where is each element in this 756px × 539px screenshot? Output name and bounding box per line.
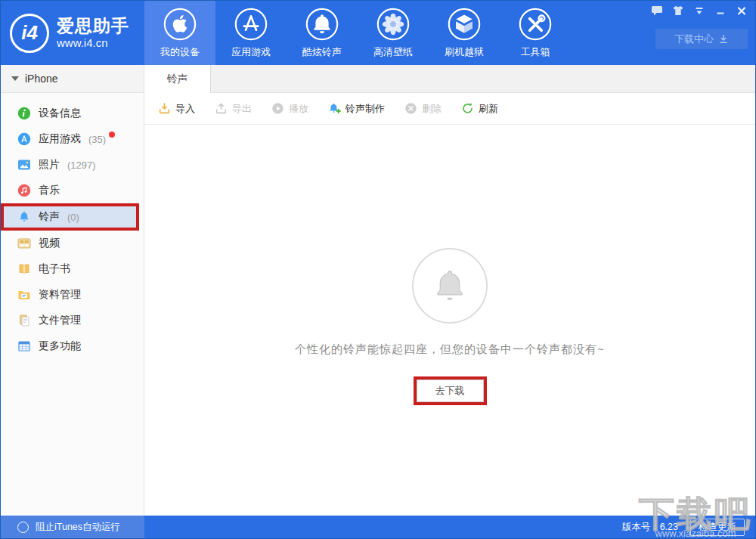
nav-apps-games[interactable]: 应用游戏 [215,1,287,65]
nav-label: 刷机越狱 [445,45,484,59]
toolbar-label: 铃声制作 [345,102,385,116]
box-icon [448,8,481,41]
nav-label: 我的设备 [160,45,200,59]
sidebar-item-label: 音乐 [39,184,60,197]
sidebar-item-videos[interactable]: 视频 [1,231,144,256]
tools-icon [519,8,552,41]
bell-icon [305,8,339,41]
nav-flash-jailbreak[interactable]: 刷机越狱 [429,1,500,65]
import-button[interactable]: 导入 [158,102,195,116]
photo-icon [17,158,31,172]
checkbox-circle-icon [17,522,29,533]
sidebar-item-label: 资料管理 [39,288,81,302]
status-bar: 阻止iTunes自动运行 版本号：6.23 检查更新 [1,516,755,538]
minimize-icon[interactable] [713,5,728,17]
ringtone-maker-button[interactable]: 铃声制作 [328,102,385,116]
sidebar-item-ringtones[interactable]: 铃声 (0) [1,203,139,231]
nav-hd-wallpapers[interactable]: 高清壁纸 [358,1,429,65]
nav-label: 应用游戏 [231,45,271,59]
go-download-button[interactable]: 去下载 [417,379,484,402]
sidebar-item-music[interactable]: 音乐 [1,178,144,203]
play-icon [271,102,284,115]
nav-label: 工具箱 [521,45,550,59]
annotation-box: 去下载 [414,376,487,405]
download-center-label: 下载中心 [674,33,714,46]
export-icon [215,102,228,115]
collapse-icon[interactable] [692,5,707,17]
sidebar-item-file-management[interactable]: 文件管理 [1,308,144,333]
nav-my-device[interactable]: 我的设备 [144,1,215,65]
sidebar-item-ebooks[interactable]: 电子书 [1,256,144,282]
nav-toolbox[interactable]: 工具箱 [500,1,571,65]
sidebar: iPhone 设备信息 应用游戏 (35) [1,65,144,516]
nav-label: 高清壁纸 [373,45,413,59]
empty-state-graphic [412,248,488,324]
play-button[interactable]: 播放 [271,102,308,116]
data-folder-icon [17,288,31,302]
toolbar-label: 导出 [232,102,252,116]
red-dot-badge [109,132,115,138]
window-controls [649,5,749,17]
ringtone-bell-icon [17,210,31,224]
main-panel: 铃声 导入 导出 播 [144,65,755,516]
skin-icon[interactable] [671,5,686,17]
apple-icon [163,8,197,41]
download-icon [718,34,729,45]
sidebar-item-data-management[interactable]: 资料管理 [1,282,144,308]
sidebar-item-photos[interactable]: 照片 (1297) [1,152,144,178]
tab-ringtones[interactable]: 铃声 [144,65,211,93]
sidebar-item-label: 更多功能 [39,339,81,353]
refresh-button[interactable]: 刷新 [461,102,498,116]
app-header: i4 爱思助手 www.i4.cn 我的设备 应用游戏 酷炫铃声 [1,1,755,65]
delete-button[interactable]: 删除 [404,102,442,116]
device-name: iPhone [25,73,58,85]
toolbar-label: 刷新 [479,102,498,116]
refresh-icon [461,102,474,115]
sidebar-item-label: 视频 [39,237,60,250]
video-icon [17,237,31,250]
nav-label: 酷炫铃声 [302,45,342,59]
item-count: (35) [88,134,106,145]
content-area: 个性化的铃声能惊起四座，但您的设备中一个铃声都没有~ 去下载 [144,125,755,516]
delete-icon [404,102,417,115]
nav-cool-ringtones[interactable]: 酷炫铃声 [287,1,358,65]
toolbar: 导入 导出 播放 铃声制作 [144,93,755,125]
device-selector[interactable]: iPhone [1,65,144,93]
chevron-down-icon [11,76,19,81]
flower-icon [376,8,410,41]
tab-strip: 铃声 [144,65,755,93]
item-count: (1297) [67,160,96,171]
sidebar-item-label: 铃声 [39,210,60,224]
sidebar-item-more-features[interactable]: 更多功能 [1,333,144,359]
empty-state-message: 个性化的铃声能惊起四座，但您的设备中一个铃声都没有~ [144,342,755,357]
sidebar-item-label: 设备信息 [39,107,81,120]
info-icon [17,107,31,120]
close-icon[interactable] [734,5,749,17]
toolbar-label: 导入 [175,102,195,116]
export-button[interactable]: 导出 [215,102,252,116]
download-center-button[interactable]: 下载中心 [655,29,748,49]
sidebar-item-label: 文件管理 [39,314,81,327]
block-itunes-toggle[interactable]: 阻止iTunes自动运行 [1,516,144,538]
import-icon [158,102,171,115]
check-update-button[interactable]: 检查更新 [690,519,745,536]
feedback-icon[interactable] [649,5,665,17]
app-title: 爱思助手 [57,17,129,36]
item-count: (0) [67,212,79,223]
sidebar-item-label: 照片 [39,158,60,172]
sidebar-item-apps-games[interactable]: 应用游戏 (35) [1,126,144,152]
main-nav: 我的设备 应用游戏 酷炫铃声 [144,1,571,65]
bell-large-icon [430,266,469,305]
sidebar-item-label: 应用游戏 [39,132,81,146]
sidebar-item-device-info[interactable]: 设备信息 [1,101,144,126]
grid-icon [17,339,31,353]
bell-plus-icon [328,102,341,115]
appstore-icon [17,132,31,146]
files-icon [17,314,31,327]
toolbar-label: 删除 [422,102,442,116]
app-logo: i4 爱思助手 www.i4.cn [1,1,144,65]
appstore-icon [234,8,268,41]
block-itunes-label: 阻止iTunes自动运行 [36,521,120,534]
version-label: 版本号：6.23 [622,521,678,534]
music-icon [17,184,31,197]
